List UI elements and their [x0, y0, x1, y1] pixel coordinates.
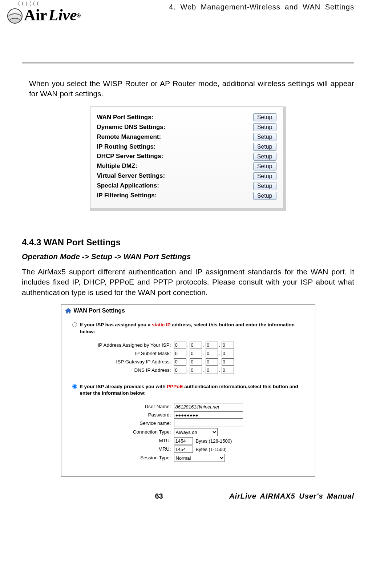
mtu-input[interactable]	[174, 437, 193, 444]
pppoe-description: If your ISP already provides you with PP…	[80, 383, 311, 396]
dns-oct3[interactable]	[206, 367, 218, 374]
list-item: DHCP Server Settings:Setup	[97, 152, 276, 161]
wan-port-settings-screenshot: WAN Port Settings If your ISP has assign…	[61, 304, 315, 477]
setup-button[interactable]: Setup	[253, 172, 276, 180]
subnet-oct1[interactable]	[174, 350, 186, 357]
dns-oct1[interactable]	[174, 367, 186, 374]
static-ip-option: If your ISP has assigned you a static IP…	[65, 322, 311, 374]
list-item: Remote Management:Setup	[97, 133, 276, 141]
list-item: IP Routing Settings:Setup	[97, 143, 276, 151]
subnet-oct4[interactable]	[222, 350, 234, 357]
chapter-title: 4. Web Management-Wireless and WAN Setti…	[169, 2, 354, 12]
gateway-oct2[interactable]	[190, 358, 202, 366]
gateway-label: ISP Gateway IP Address:	[98, 359, 174, 365]
subnet-oct2[interactable]	[190, 350, 202, 357]
gateway-oct4[interactable]	[222, 358, 234, 366]
session-type-select[interactable]: Normal	[174, 454, 225, 462]
settings-label: Multiple DMZ:	[97, 162, 137, 170]
list-item: Dynamic DNS Settings:Setup	[97, 123, 276, 132]
settings-label: IP Routing Settings:	[97, 143, 156, 151]
setup-button[interactable]: Setup	[253, 153, 276, 161]
ip-assigned-label: IP Address Assigned by Your ISP:	[98, 342, 174, 349]
mru-input[interactable]	[174, 446, 193, 453]
intro-paragraph: When you select the WISP Router or AP Ro…	[22, 78, 354, 99]
setup-button[interactable]: Setup	[253, 133, 276, 141]
setup-button[interactable]: Setup	[253, 182, 276, 190]
logo-trademark: ®	[77, 12, 81, 19]
list-item: WAN Port Settings:Setup	[97, 113, 276, 122]
username-label: User Name:	[98, 403, 174, 410]
settings-label: WAN Port Settings:	[97, 113, 154, 122]
subnet-label: IP Subnet Mask:	[98, 350, 174, 357]
mru-hint: Bytes (1-1500)	[196, 446, 227, 453]
logo-text-air: Air	[24, 4, 47, 26]
settings-list-screenshot: WAN Port Settings:Setup Dynamic DNS Sett…	[90, 106, 286, 211]
setup-button[interactable]: Setup	[253, 143, 276, 151]
list-item: Special Applications:Setup	[97, 182, 276, 190]
globe-icon	[7, 8, 23, 24]
setup-button[interactable]: Setup	[253, 113, 276, 121]
settings-label: Remote Management:	[97, 133, 161, 141]
logo-text-live: Live	[49, 4, 77, 26]
setup-button[interactable]: Setup	[253, 192, 276, 200]
service-name-input[interactable]	[174, 420, 243, 427]
ip-assigned-oct1[interactable]	[174, 342, 186, 349]
page-number: 63	[116, 491, 202, 501]
section-heading: 4.4.3 WAN Port Settings	[22, 237, 354, 248]
service-name-label: Service name:	[98, 420, 174, 427]
static-ip-description: If your ISP has assigned you a static IP…	[80, 322, 311, 335]
settings-label: Virtual Server Settings:	[97, 172, 165, 180]
gateway-oct3[interactable]	[206, 358, 218, 366]
settings-label: Special Applications:	[97, 182, 159, 190]
home-icon	[65, 308, 72, 314]
static-ip-radio[interactable]	[72, 322, 77, 327]
mtu-label: MTU:	[98, 438, 174, 444]
settings-label: DHCP Server Settings:	[97, 152, 163, 161]
brand-logo: (((((( Air Live ®	[7, 0, 102, 26]
settings-label: IP Filtering Settings:	[97, 192, 157, 200]
mru-label: MRU:	[98, 446, 174, 452]
wan-title-text: WAN Port Settings	[74, 307, 125, 315]
password-label: Password:	[98, 412, 174, 418]
username-input[interactable]	[174, 403, 243, 410]
pppoe-option: If your ISP already provides you with PP…	[65, 383, 311, 462]
setup-button[interactable]: Setup	[253, 123, 276, 131]
pppoe-radio[interactable]	[72, 384, 77, 389]
dns-label: DNS IP Address:	[98, 367, 174, 374]
section-body: The AirMax5 support different authentica…	[22, 267, 354, 298]
ip-assigned-oct4[interactable]	[222, 342, 234, 349]
svg-marker-0	[65, 308, 71, 313]
setup-button[interactable]: Setup	[253, 162, 276, 170]
session-type-label: Session Type:	[98, 455, 174, 461]
settings-label: Dynamic DNS Settings:	[97, 123, 166, 132]
ip-assigned-oct3[interactable]	[206, 342, 218, 349]
connection-type-label: Connection Type:	[98, 429, 174, 435]
list-item: IP Filtering Settings:Setup	[97, 192, 276, 200]
password-input[interactable]	[174, 411, 243, 419]
gateway-oct1[interactable]	[174, 358, 186, 366]
manual-title: AirLive AIRMAX5 User's Manual	[202, 491, 354, 501]
mtu-hint: Bytes (128-1500)	[196, 438, 232, 444]
list-item: Virtual Server Settings:Setup	[97, 172, 276, 180]
subnet-oct3[interactable]	[206, 350, 218, 357]
header-divider	[22, 62, 354, 64]
list-item: Multiple DMZ:Setup	[97, 162, 276, 170]
ip-assigned-oct2[interactable]	[190, 342, 202, 349]
dns-oct2[interactable]	[190, 367, 202, 374]
dns-oct4[interactable]	[222, 367, 234, 374]
connection-type-select[interactable]: Always on	[174, 428, 218, 436]
breadcrumb-path: Operation Mode -> Setup -> WAN Port Sett…	[22, 251, 354, 262]
